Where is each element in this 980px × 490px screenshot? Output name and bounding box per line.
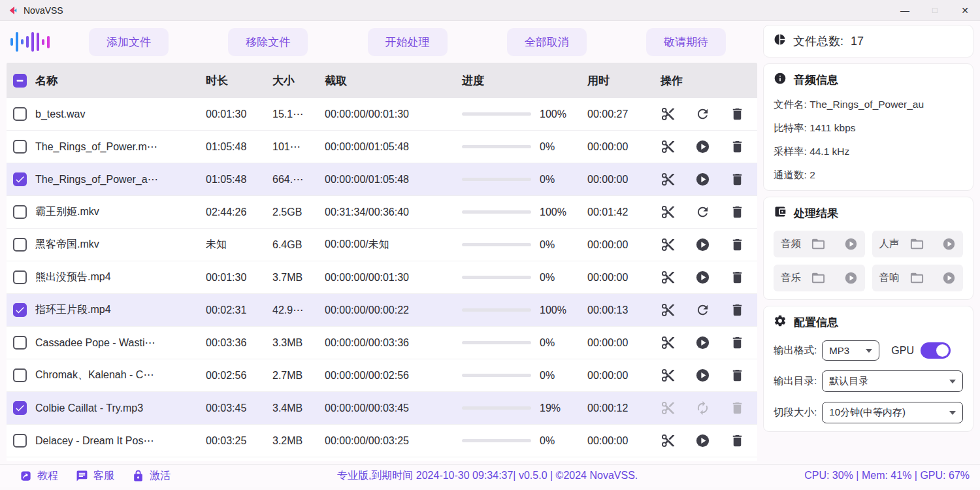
row-checkbox[interactable]: [13, 368, 27, 382]
redo-icon[interactable]: [695, 302, 711, 318]
coming-soon-button[interactable]: 敬请期待: [646, 28, 726, 56]
play-icon[interactable]: [695, 270, 711, 286]
trash-icon[interactable]: [730, 270, 745, 286]
output-format-select[interactable]: MP3: [822, 340, 879, 361]
tutorial-link[interactable]: 教程: [20, 469, 58, 483]
toolbar-buttons: 添加文件移除文件开始处理全部取消敬请期待: [89, 28, 726, 56]
table-row[interactable]: 熊出没预告.mp4 00:01:30 3.7MB 00:00:00/00:01:…: [7, 261, 757, 294]
scissors-icon[interactable]: [661, 172, 676, 188]
trash-icon[interactable]: [730, 302, 745, 318]
table-row[interactable]: The_Rings_of_Power.m⋯ 01:05:48 101⋯ 00:0…: [7, 131, 757, 163]
cancel-all-button[interactable]: 全部取消: [507, 28, 587, 56]
file-clip-range: 00:00:00/未知: [325, 238, 462, 252]
file-size: 2.5GB: [272, 206, 325, 218]
file-name: 黑客帝国.mkv: [35, 238, 206, 252]
play-icon[interactable]: [844, 237, 858, 251]
row-checkbox[interactable]: [13, 336, 27, 350]
file-name: The_Rings_of_Power.m⋯: [35, 140, 206, 153]
trash-icon[interactable]: [730, 400, 745, 416]
trash-icon[interactable]: [730, 368, 745, 384]
scissors-icon[interactable]: [661, 400, 676, 416]
play-icon[interactable]: [695, 139, 711, 155]
play-icon[interactable]: [695, 335, 711, 351]
audio-info-title: 音频信息: [794, 73, 838, 88]
add-files-button[interactable]: 添加文件: [89, 28, 169, 56]
config-title: 配置信息: [794, 315, 838, 330]
wallet-icon: [774, 205, 787, 221]
gpu-toggle[interactable]: [921, 342, 951, 359]
progress-percent: 0%: [540, 435, 570, 447]
table-row[interactable]: 指环王片段.mp4 00:02:31 42.9⋯ 00:00:00/00:00:…: [7, 294, 757, 327]
folder-icon[interactable]: [909, 270, 924, 286]
trash-icon[interactable]: [730, 106, 745, 122]
file-size: 42.9⋯: [272, 304, 325, 316]
scissors-icon[interactable]: [661, 237, 676, 253]
play-icon[interactable]: [695, 237, 711, 253]
folder-icon[interactable]: [811, 237, 826, 252]
row-checkbox[interactable]: [13, 238, 27, 252]
table-row[interactable]: 黑客帝国.mkv 未知 6.4GB 00:00:00/未知 0% 00:00:0…: [7, 229, 757, 261]
row-checkbox[interactable]: [13, 434, 27, 448]
row-checkbox[interactable]: [13, 270, 27, 284]
folder-icon[interactable]: [811, 270, 826, 286]
row-checkbox[interactable]: [13, 140, 27, 154]
table-row[interactable]: The_Rings_of_Power_a⋯ 01:05:48 664.⋯ 00:…: [7, 163, 757, 196]
trash-icon[interactable]: [730, 139, 745, 155]
redo-icon[interactable]: [695, 106, 711, 122]
play-icon[interactable]: [695, 368, 711, 384]
play-icon[interactable]: [942, 237, 956, 251]
remove-files-button[interactable]: 移除文件: [228, 28, 308, 56]
table-row[interactable]: 霸王别姬.mkv 02:44:26 2.5GB 00:31:34/00:36:4…: [7, 196, 757, 229]
close-button[interactable]: ✕: [950, 0, 980, 20]
scissors-icon[interactable]: [661, 433, 676, 449]
row-checkbox[interactable]: [13, 205, 27, 219]
trash-icon[interactable]: [730, 172, 745, 188]
elapsed-time: 00:00:00: [587, 370, 661, 382]
row-checkbox[interactable]: [13, 107, 27, 121]
trash-icon[interactable]: [730, 433, 745, 449]
scissors-icon[interactable]: [661, 204, 676, 220]
loading-icon[interactable]: [695, 400, 711, 416]
row-checkbox[interactable]: [13, 401, 27, 415]
file-name: Cassadee Pope - Wasti⋯: [35, 336, 206, 349]
progress-bar: [462, 178, 531, 181]
segment-size-select[interactable]: 10分钟(中等内存): [822, 402, 963, 423]
table-row[interactable]: Delacey - Dream It Pos⋯ 00:03:25 3.2MB 0…: [7, 425, 757, 457]
file-clip-range: 00:00:00/00:03:45: [325, 402, 462, 414]
redo-icon[interactable]: [695, 204, 711, 220]
file-size: 3.7MB: [272, 272, 325, 284]
folder-icon[interactable]: [909, 237, 924, 252]
scissors-icon[interactable]: [661, 368, 676, 384]
trash-icon[interactable]: [730, 204, 745, 220]
table-row[interactable]: b_test.wav 00:01:30 15.1⋯ 00:00:00/00:01…: [7, 98, 757, 131]
minimize-button[interactable]: —: [890, 0, 920, 20]
progress-percent: 0%: [540, 174, 570, 186]
output-format-label: 输出格式:: [774, 344, 817, 357]
output-dir-select[interactable]: 默认目录: [822, 370, 963, 392]
maximize-button[interactable]: □: [920, 0, 950, 20]
scissors-icon[interactable]: [661, 302, 676, 318]
trash-icon[interactable]: [730, 237, 745, 253]
scissors-icon[interactable]: [661, 139, 676, 155]
activate-link[interactable]: 激活: [132, 469, 171, 483]
scissors-icon[interactable]: [661, 270, 676, 286]
scissors-icon[interactable]: [661, 335, 676, 351]
play-icon[interactable]: [695, 172, 711, 188]
row-checkbox[interactable]: [13, 303, 27, 317]
scissors-icon[interactable]: [661, 106, 676, 122]
trash-icon[interactable]: [730, 335, 745, 351]
statusbar: 教程客服激活 专业版,到期时间 2024-10-30 09:34:37| v0.…: [0, 464, 980, 487]
play-icon[interactable]: [695, 433, 711, 449]
file-size: 2.7MB: [272, 370, 325, 382]
file-size: 101⋯: [272, 140, 325, 153]
progress-bar: [462, 308, 531, 312]
row-checkbox[interactable]: [13, 172, 27, 186]
play-icon[interactable]: [942, 271, 956, 285]
table-row[interactable]: Cassadee Pope - Wasti⋯ 00:03:36 3.3MB 00…: [7, 327, 757, 359]
play-icon[interactable]: [844, 271, 858, 285]
table-row[interactable]: Chromak、Kalenah - C⋯ 00:02:56 2.7MB 00:0…: [7, 359, 757, 392]
support-link[interactable]: 客服: [76, 469, 114, 483]
start-processing-button[interactable]: 开始处理: [368, 28, 448, 56]
table-row[interactable]: Colbie Caillat - Try.mp3 00:03:45 3.4MB …: [7, 392, 757, 425]
select-all-checkbox[interactable]: [13, 74, 27, 88]
